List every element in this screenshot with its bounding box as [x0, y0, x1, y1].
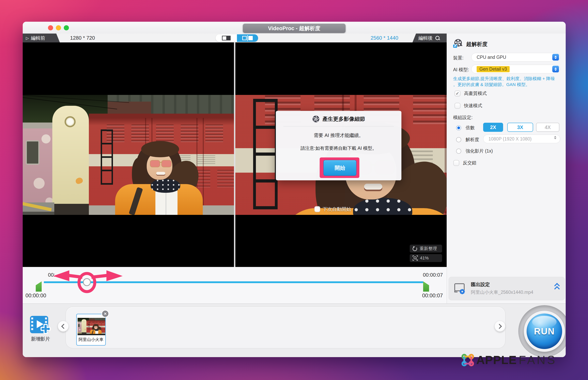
- resolution-select[interactable]: 1080P (1920 X 1080): [483, 134, 560, 143]
- hq-mode-checkbox[interactable]: ✓: [455, 91, 461, 96]
- playhead-handle[interactable]: [83, 278, 91, 286]
- split-view-icon: [242, 36, 247, 40]
- device-value: CPU and GPU: [477, 55, 506, 60]
- before-tab[interactable]: ▷ 編輯前: [23, 34, 60, 42]
- single-view-button[interactable]: [216, 34, 237, 42]
- deinterlace-row: 反交錯: [453, 160, 476, 166]
- boxcar-vent: [103, 328, 105, 330]
- trim-end-handle[interactable]: [423, 281, 429, 292]
- run-button[interactable]: RUN: [527, 314, 562, 349]
- scale-2x-button[interactable]: 2X: [483, 123, 503, 132]
- timeline: 00: 00:00:07 00:00:00 00:00:07: [23, 267, 447, 304]
- zoom-area-icon: [412, 255, 418, 261]
- minimize-window-button[interactable]: [56, 25, 61, 30]
- split-divider[interactable]: [234, 42, 235, 267]
- split-view-button[interactable]: [237, 34, 258, 42]
- stepper-icon: [552, 54, 559, 60]
- boxcar-vent: [131, 125, 149, 143]
- split-view-icon-bar: [247, 35, 248, 41]
- woman-scarf: [95, 329, 99, 331]
- aperture-icon: [312, 115, 320, 123]
- dialog-note: 請注意:如有需要將自動下載 AI 模型。: [276, 145, 401, 151]
- before-video[interactable]: [23, 95, 234, 215]
- woman-fringe: [141, 141, 179, 157]
- dialog-title-row: 產生更多影像細節: [276, 115, 401, 123]
- sunglasses-right-lens: [161, 160, 172, 167]
- window-title: VideoProc - 超解析度: [243, 24, 345, 33]
- fast-mode-checkbox[interactable]: [455, 103, 461, 109]
- scale-4x-button[interactable]: 4X: [536, 123, 559, 132]
- ladder: [101, 130, 113, 185]
- headlight: [83, 321, 84, 322]
- run-button-label: RUN: [534, 326, 555, 337]
- add-video-icon: [30, 315, 51, 335]
- end-time-top: 00:00:07: [420, 272, 443, 278]
- fast-mode-label: 快速模式: [464, 103, 482, 109]
- scale-radio[interactable]: [456, 125, 461, 131]
- flower-decal: [79, 329, 80, 330]
- split-view-icon-fill: [248, 36, 253, 40]
- model-description-line2: 。更好的皮膚 & 頭髮細節。GAN 模型。: [453, 82, 530, 88]
- start-time: 00:00:00: [25, 293, 46, 299]
- module-settings-label: 模組設定:: [453, 114, 472, 121]
- scale-3x-button[interactable]: 3X: [507, 123, 533, 132]
- resolution-value: 1080P (1920 X 1080): [488, 136, 531, 142]
- export-filename: 阿里山小火車_2560x1440.mp4: [471, 289, 533, 295]
- add-video-button[interactable]: [30, 315, 51, 335]
- locomotive-chassis: [52, 204, 89, 215]
- boxcar-vent: [181, 125, 199, 143]
- dialog-divider: [283, 126, 394, 127]
- hq-mode-row: ✓ 高畫質模式: [455, 90, 487, 96]
- app-window: VideoProc - 超解析度 ▷ 編輯前 1280 * 720 2560 *…: [23, 22, 566, 357]
- woman-fringe: [93, 324, 99, 326]
- model-description-line1: 生成更多細節,提升清晰度、銳利度。消除模糊 + 降噪: [453, 76, 555, 82]
- boxcar-vent: [413, 95, 447, 127]
- enhance-radio[interactable]: [456, 149, 461, 154]
- preview-toolbar: ▷ 編輯前 1280 * 720 2560 * 1440 編輯後: [23, 34, 447, 43]
- view-mode-toggle: [216, 34, 258, 42]
- start-button[interactable]: 開始: [324, 160, 356, 176]
- enhance-row: 強化影片 (1x): [456, 148, 493, 154]
- collapse-icon[interactable]: [555, 284, 559, 291]
- clip-label: 阿里山小火車: [77, 337, 105, 342]
- branding: APPLE FANS: [461, 353, 557, 367]
- clip-thumbnail[interactable]: 阿里山小火車: [76, 314, 106, 346]
- zoom-window-button[interactable]: [64, 25, 69, 30]
- scroll-right-button[interactable]: [495, 321, 505, 332]
- scale-label: 倍數: [466, 125, 475, 131]
- panel-title: 超解析度: [466, 41, 487, 48]
- platform-edge: [23, 212, 54, 215]
- boxcar-vent: [205, 125, 223, 143]
- remove-clip-button[interactable]: ×: [101, 310, 109, 318]
- model-value: Gen Detail v3: [477, 66, 510, 72]
- model-label: AI 模型:: [453, 67, 469, 73]
- device-select[interactable]: CPU and GPU: [471, 53, 560, 61]
- before-tab-label: 編輯前: [31, 35, 45, 41]
- command-logo-icon: [461, 354, 474, 367]
- deinterlace-label: 反交錯: [463, 160, 476, 166]
- dialog-title: 產生更多影像細節: [323, 115, 365, 123]
- woman-smile: [364, 184, 382, 190]
- close-window-button[interactable]: [48, 25, 53, 30]
- timeline-track[interactable]: [44, 281, 423, 283]
- start-button-highlight: 開始: [320, 157, 359, 178]
- zoom-level-button[interactable]: 41%: [410, 254, 442, 262]
- titlebar: VideoProc - 超解析度: [23, 22, 566, 34]
- deinterlace-checkbox[interactable]: [453, 160, 459, 166]
- boxcar-door-line: [102, 321, 102, 333]
- device-label: 裝置:: [453, 55, 463, 61]
- check-icon: ✓: [456, 91, 459, 96]
- dialog-message: 需要 AI 推理才能繼續。: [276, 132, 401, 138]
- export-settings-card[interactable]: 匯出設定 阿里山小火車_2560x1440.mp4: [449, 277, 565, 300]
- scroll-left-button[interactable]: [58, 321, 68, 332]
- refresh-button[interactable]: 重新整理: [410, 245, 442, 252]
- trim-start-handle[interactable]: [36, 281, 42, 292]
- desktop: VideoProc - 超解析度 ▷ 編輯前 1280 * 720 2560 *…: [0, 0, 588, 380]
- model-select[interactable]: Gen Detail v3: [471, 65, 560, 73]
- autostart-checkbox[interactable]: [314, 206, 320, 212]
- refresh-label: 重新整理: [420, 246, 437, 251]
- resolution-radio[interactable]: [456, 137, 461, 142]
- stripe-vent: [198, 155, 215, 165]
- export-settings-title: 匯出設定: [471, 281, 490, 288]
- sunglasses-bridge: [96, 327, 96, 327]
